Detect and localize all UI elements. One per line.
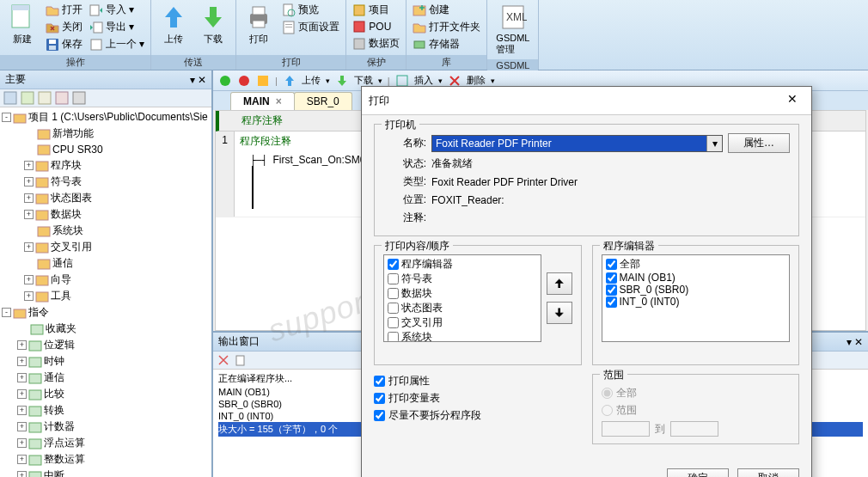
content-item[interactable]: 程序编辑器 (388, 257, 537, 272)
expand-icon[interactable]: + (24, 193, 34, 203)
content-item[interactable]: 交叉引用 (388, 315, 537, 330)
checkbox[interactable] (606, 297, 617, 308)
tree-node[interactable]: +计数器 (2, 419, 210, 435)
expand-icon[interactable]: + (17, 471, 27, 477)
import-button[interactable]: 导入 ▾ (87, 2, 147, 18)
tree-tool-icon[interactable] (72, 91, 86, 105)
tree-node[interactable]: +状态图表 (2, 190, 210, 206)
checkbox[interactable] (388, 273, 399, 284)
checkbox[interactable] (388, 259, 399, 270)
tree-node[interactable]: +浮点运算 (2, 435, 210, 451)
option-checkbox[interactable]: 打印变量表 (374, 391, 582, 406)
editor-listbox[interactable]: 全部MAIN (OB1)SBR_0 (SBR0)INT_0 (INT0) (602, 254, 791, 342)
export-button[interactable]: 导出 ▾ (87, 19, 147, 35)
open-folder-button[interactable]: 打开文件夹 (410, 19, 483, 35)
create-lib-button[interactable]: 创建 (410, 2, 483, 18)
tree-node[interactable]: +整数运算 (2, 451, 210, 468)
tree-node[interactable]: +位逻辑 (2, 337, 210, 353)
properties-button[interactable]: 属性… (728, 133, 790, 153)
expand-icon[interactable]: + (17, 438, 27, 448)
tree-node[interactable]: +时钟 (2, 353, 210, 370)
download-button[interactable]: 下载 (194, 2, 232, 47)
pou-protect-button[interactable]: POU (350, 19, 402, 34)
tree-node[interactable]: 新增功能 (2, 125, 210, 142)
cancel-button[interactable]: 取消 (737, 468, 799, 477)
expand-icon[interactable]: + (17, 406, 27, 415)
preview-button[interactable]: 预览 (279, 2, 342, 18)
tree-node[interactable]: 通信 (2, 255, 210, 272)
range-all-radio[interactable] (602, 388, 613, 399)
editor-item[interactable]: 全部 (606, 257, 786, 272)
tree-node[interactable]: CPU SR30 (2, 142, 210, 157)
expand-icon[interactable]: + (24, 210, 34, 219)
editor-item[interactable]: INT_0 (INT0) (606, 296, 786, 308)
expand-icon[interactable]: + (17, 340, 27, 350)
tree-node-instructions[interactable]: - 指令 (2, 304, 210, 321)
expand-icon[interactable]: + (24, 242, 34, 252)
expand-icon[interactable]: + (24, 161, 34, 170)
tree-node[interactable]: +交叉引用 (2, 239, 210, 255)
checkbox[interactable] (388, 303, 399, 314)
tree-node[interactable]: +通信 (2, 370, 210, 386)
output-close-icon[interactable]: ▾ ✕ (847, 336, 863, 348)
checkbox[interactable] (606, 259, 617, 270)
expand-icon[interactable]: + (17, 422, 27, 431)
range-from-input[interactable] (602, 421, 650, 437)
content-item[interactable]: 数据块 (388, 286, 537, 301)
editor-item[interactable]: MAIN (OB1) (606, 272, 786, 284)
run-icon[interactable] (218, 74, 232, 88)
content-item[interactable]: 系统块 (388, 330, 537, 342)
range-range-radio[interactable] (602, 405, 613, 416)
open-button[interactable]: 打开 (43, 2, 85, 18)
tab-main[interactable]: MAIN × (230, 92, 295, 110)
project-protect-button[interactable]: 项目 (350, 2, 402, 18)
dialog-close-button[interactable]: ✕ (780, 92, 804, 109)
clear-output-icon[interactable] (217, 353, 230, 367)
new-button[interactable]: 新建 (3, 2, 41, 47)
expand-icon[interactable]: + (17, 389, 27, 399)
tree-tool-icon[interactable] (21, 91, 34, 105)
ok-button[interactable]: 确定 (667, 468, 729, 477)
tree-tool-icon[interactable] (3, 91, 17, 105)
checkbox[interactable] (388, 317, 399, 328)
content-item[interactable]: 符号表 (388, 272, 537, 286)
dropdown-icon[interactable]: ▾ (706, 136, 722, 151)
checkbox[interactable] (388, 332, 399, 342)
previous-button[interactable]: 上一个 ▾ (87, 36, 147, 52)
copy-output-icon[interactable] (234, 353, 248, 367)
gsdml-button[interactable]: XML GSDML 管理 (491, 2, 535, 58)
checkbox[interactable] (374, 376, 385, 387)
content-item[interactable]: 状态图表 (388, 301, 537, 315)
move-up-button[interactable]: 🠉 (547, 272, 572, 295)
tab-close-icon[interactable]: × (276, 95, 282, 107)
upload-button[interactable]: 上传 (155, 2, 193, 47)
download-small-icon[interactable] (335, 74, 349, 88)
tree-node[interactable]: +转换 (2, 402, 210, 419)
tree-node[interactable]: +工具 (2, 288, 210, 304)
dialog-titlebar[interactable]: 打印 ✕ (362, 87, 811, 115)
expand-icon[interactable]: + (24, 291, 34, 301)
close-button[interactable]: 关闭 (43, 19, 85, 35)
memory-button[interactable]: 存储器 (410, 36, 483, 52)
tree-node[interactable]: +向导 (2, 272, 210, 288)
stop-icon[interactable] (237, 74, 251, 88)
expand-icon[interactable]: + (17, 373, 27, 382)
checkbox[interactable] (606, 284, 617, 296)
tree-tool-icon[interactable] (55, 91, 69, 105)
expand-icon[interactable]: + (17, 357, 27, 366)
tree-node[interactable]: +数据块 (2, 206, 210, 223)
tree-node[interactable]: +符号表 (2, 174, 210, 190)
move-down-button[interactable]: 🠋 (547, 302, 572, 324)
tree-node-project[interactable]: - 项目 1 (C:\Users\Public\Documents\Sie (2, 109, 210, 125)
tree-node[interactable]: +比较 (2, 386, 210, 402)
checkbox[interactable] (374, 410, 385, 421)
printer-name-combo[interactable]: Foxit Reader PDF Printer ▾ (431, 135, 723, 152)
expand-icon[interactable]: + (17, 455, 27, 464)
datapage-protect-button[interactable]: 数据页 (350, 35, 402, 52)
editor-item[interactable]: SBR_0 (SBR0) (606, 284, 786, 296)
checkbox[interactable] (374, 393, 385, 404)
project-tree[interactable]: - 项目 1 (C:\Users\Public\Documents\Sie 新增… (0, 107, 211, 477)
tree-node[interactable]: 系统块 (2, 223, 210, 239)
save-button[interactable]: 保存 (43, 36, 85, 52)
content-listbox[interactable]: 程序编辑器符号表数据块状态图表交叉引用系统块 (383, 254, 541, 342)
